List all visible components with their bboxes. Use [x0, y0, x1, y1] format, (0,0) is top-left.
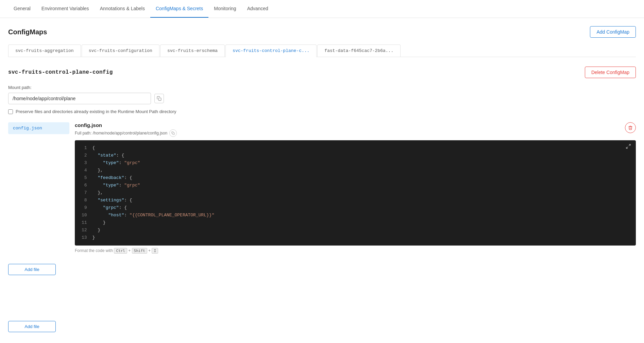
section-title: ConfigMaps [8, 28, 47, 36]
configmap-name-row: svc-fruits-control-plane-config Delete C… [8, 67, 636, 78]
svg-line-2 [629, 144, 630, 146]
svg-line-3 [626, 147, 628, 148]
code-lines: 12345678910111213 { "state": { "type": "… [75, 140, 636, 246]
nav-tab-configmaps--secrets[interactable]: ConfigMaps & Secrets [150, 0, 208, 18]
format-hint: Format the code with [75, 248, 113, 253]
cm-tab[interactable]: svc-fruits-erschema [160, 44, 225, 57]
main-content: ConfigMaps Add ConfigMap svc-fruits-aggr… [0, 18, 644, 283]
cm-tab[interactable]: svc-fruits-configuration [82, 44, 159, 57]
copy-fullpath-icon[interactable] [169, 129, 177, 137]
shortcut-key: I [152, 248, 158, 254]
mount-path-input[interactable] [8, 93, 151, 104]
nav-tab-advanced[interactable]: Advanced [242, 0, 274, 18]
editor-title-area: config.json Full path: /home/node/app/co… [75, 122, 177, 137]
svg-rect-1 [173, 133, 174, 134]
nav-tab-annotations--labels[interactable]: Annotations & Labels [95, 0, 150, 18]
file-item-config-json[interactable]: config.json [8, 122, 69, 134]
file-list: config.json Add file [8, 122, 69, 253]
editor-footer: Format the code with Ctrl + Shift + I [75, 248, 636, 253]
code-editor[interactable]: 12345678910111213 { "state": { "type": "… [75, 140, 636, 246]
add-file-area: Add file [8, 258, 636, 275]
copy-mount-path-icon[interactable] [154, 94, 164, 103]
add-configmap-button[interactable]: Add ConfigMap [590, 26, 636, 38]
configmap-tabs: svc-fruits-aggregationsvc-fruits-configu… [8, 44, 636, 57]
preserve-checkbox[interactable] [8, 109, 13, 114]
cm-tab[interactable]: fast-data-f645cac7-2b6a... [317, 44, 401, 57]
preserve-label: Preserve files and directories already e… [16, 109, 176, 114]
nav-tab-monitoring[interactable]: Monitoring [208, 0, 241, 18]
shortcut-ctrl: Ctrl [114, 248, 127, 254]
mount-path-row [8, 93, 636, 104]
preserve-checkbox-row: Preserve files and directories already e… [8, 109, 636, 114]
editor-fullpath: Full path: /home/node/app/control/plane/… [75, 129, 177, 137]
svg-rect-0 [158, 98, 161, 101]
editor-toolbar [626, 144, 631, 150]
code-content: { "state": { "type": "grpc" }, "feedback… [92, 144, 636, 241]
editor-filename: config.json [75, 122, 177, 128]
files-area: config.json Add file config.json Full pa… [8, 122, 636, 253]
add-file-button-bottom[interactable]: Add file [8, 264, 56, 275]
delete-file-button[interactable] [625, 122, 636, 133]
cm-tab[interactable]: svc-fruits-control-plane-c... [225, 44, 317, 57]
editor-header: config.json Full path: /home/node/app/co… [75, 122, 636, 137]
delete-configmap-button[interactable]: Delete ConfigMap [585, 67, 636, 78]
cm-tab[interactable]: svc-fruits-aggregation [8, 44, 81, 57]
nav-tab-general[interactable]: General [8, 0, 36, 18]
mount-path-label: Mount path: [8, 85, 636, 90]
fullpath-text: Full path: /home/node/app/control/plane/… [75, 131, 167, 136]
editor-panel: config.json Full path: /home/node/app/co… [75, 122, 636, 253]
nav-tab-environment-variables[interactable]: Environment Variables [36, 0, 95, 18]
shortcut-shift: Shift [132, 248, 147, 254]
section-header: ConfigMaps Add ConfigMap [8, 26, 636, 38]
line-numbers: 12345678910111213 [75, 144, 92, 241]
expand-editor-button[interactable] [626, 144, 631, 150]
top-navigation: GeneralEnvironment VariablesAnnotations … [0, 0, 644, 18]
configmap-name: svc-fruits-control-plane-config [8, 69, 113, 75]
